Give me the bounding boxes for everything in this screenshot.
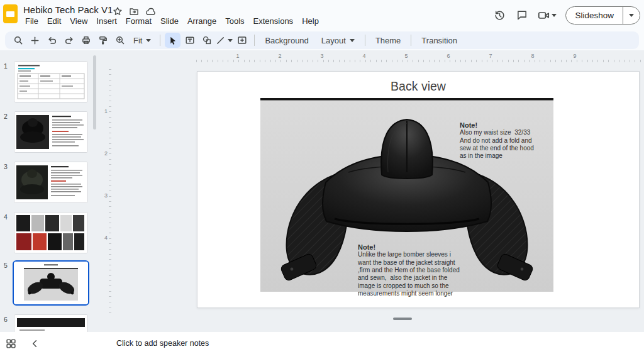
document-title[interactable]: Hebiko Tech Pack V1: [23, 4, 113, 15]
note-bottom-heading: Note!: [358, 243, 460, 251]
toolbar-divider: [411, 35, 411, 46]
line-tool-icon[interactable]: [216, 33, 233, 48]
toolbar-divider: [254, 35, 255, 46]
filmstrip-scrollbar[interactable]: [93, 55, 96, 130]
toolbar-divider: [160, 35, 160, 46]
note-text-bottom[interactable]: Note!Unlike the large bomber sleeves i w…: [358, 228, 460, 306]
plus-icon[interactable]: [27, 33, 43, 48]
meet-camera-icon[interactable]: [538, 9, 557, 21]
select-tool-icon[interactable]: [165, 33, 180, 48]
menu-format[interactable]: Format: [121, 15, 156, 27]
notes-resize-handle[interactable]: [393, 318, 412, 320]
menu-bar: File Edit View Insert Format Slide Arran…: [21, 15, 323, 27]
print-icon[interactable]: [78, 33, 94, 48]
jacket-back-image[interactable]: Note!Also my waist size 32/33 And do not…: [260, 98, 553, 292]
vertical-ruler: 1 2 3 4: [102, 63, 111, 318]
zoom-icon[interactable]: [112, 33, 128, 48]
paint-format-icon[interactable]: [95, 33, 111, 48]
menu-view[interactable]: View: [65, 15, 92, 27]
toolbar: Fit Background Layout Theme Transition: [5, 31, 639, 49]
redo-icon[interactable]: [61, 33, 77, 48]
slide-5-preview: [13, 260, 89, 306]
shape-tool-icon[interactable]: [199, 33, 214, 48]
collapse-filmstrip-icon[interactable]: [29, 338, 40, 349]
slide-number: 3: [4, 163, 8, 170]
header-actions: Slideshow: [492, 4, 640, 26]
note-top-body: Also my waist size 32/33 And do not add …: [460, 129, 534, 159]
menu-edit[interactable]: Edit: [43, 15, 65, 27]
theme-button[interactable]: Theme: [370, 33, 406, 48]
text-box-tool-icon[interactable]: [182, 33, 197, 48]
note-top-heading: Note!: [460, 121, 534, 129]
slide-canvas[interactable]: Back view: [197, 71, 640, 308]
slide-2-preview: [14, 111, 88, 153]
slide-1-preview: [14, 61, 88, 102]
slides-logo-page: [6, 11, 14, 17]
note-bottom-body: Unlike the large bomber sleeves i want t…: [358, 251, 460, 297]
horizontal-ruler: 1 2 3 4 5 6 7 8 9: [102, 53, 644, 62]
zoom-fit-select[interactable]: Fit: [129, 33, 155, 48]
toolbar-divider: [365, 35, 365, 46]
search-icon[interactable]: [10, 33, 26, 48]
slideshow-button[interactable]: Slideshow: [566, 11, 623, 20]
insert-placeholder-icon[interactable]: [234, 33, 250, 48]
slide-number: 6: [4, 316, 8, 323]
slide-title[interactable]: Back view: [197, 79, 639, 94]
speaker-notes-bar: Click to add speaker notes: [0, 332, 644, 354]
version-history-icon[interactable]: [492, 8, 506, 22]
speaker-notes-input[interactable]: Click to add speaker notes: [116, 332, 638, 354]
layout-button[interactable]: Layout: [316, 33, 360, 48]
slideshow-dropdown[interactable]: [623, 14, 640, 17]
line-tool-caret: [228, 39, 233, 42]
note-text-top[interactable]: Note!Also my waist size 32/33 And do not…: [460, 106, 534, 168]
slide-number: 1: [4, 62, 8, 70]
menu-arrange[interactable]: Arrange: [183, 15, 221, 27]
transition-button[interactable]: Transition: [416, 33, 463, 48]
meet-dropdown-caret[interactable]: [552, 14, 557, 17]
slide-number: 2: [4, 113, 8, 120]
menu-help[interactable]: Help: [297, 15, 323, 27]
menu-file[interactable]: File: [21, 15, 43, 27]
background-button[interactable]: Background: [259, 33, 314, 48]
slide-4-preview: [14, 212, 88, 253]
undo-icon[interactable]: [44, 33, 60, 48]
menu-insert[interactable]: Insert: [92, 15, 121, 27]
menu-tools[interactable]: Tools: [221, 15, 248, 27]
layout-label: Layout: [321, 36, 346, 45]
menu-extensions[interactable]: Extensions: [249, 15, 298, 27]
grid-view-icon[interactable]: [5, 338, 16, 349]
zoom-fit-caret: [146, 39, 151, 42]
slideshow-split-button: Slideshow: [565, 6, 640, 25]
comments-icon[interactable]: [515, 8, 529, 22]
google-slides-app: Hebiko Tech Pack V1 File Edit View Inser…: [0, 0, 644, 354]
slide-number: 4: [4, 213, 8, 221]
zoom-fit-label: Fit: [133, 36, 142, 45]
slide-3-preview: [14, 162, 88, 203]
slide-number: 5: [4, 262, 8, 269]
layout-caret: [350, 39, 355, 42]
slides-logo[interactable]: [3, 4, 18, 23]
menu-slide[interactable]: Slide: [156, 15, 183, 27]
speaker-notes-placeholder: Click to add speaker notes: [116, 339, 209, 348]
